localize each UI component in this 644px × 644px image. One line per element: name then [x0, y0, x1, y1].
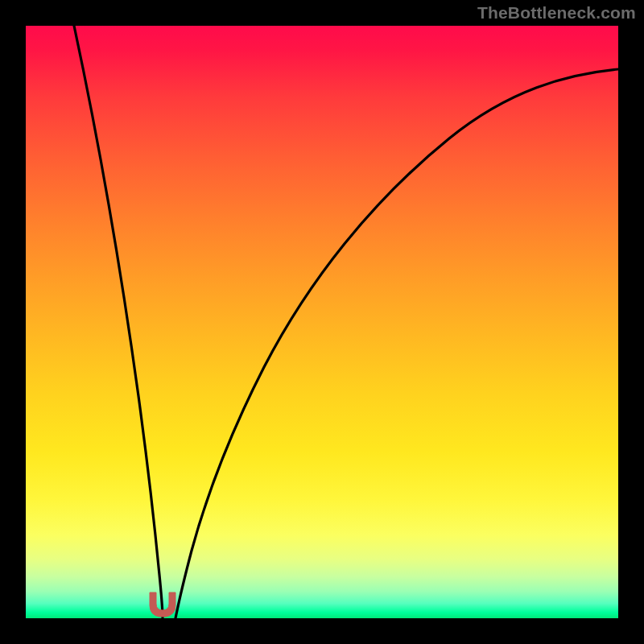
right-curve — [175, 69, 618, 618]
chart-frame: TheBottleneck.com — [0, 0, 644, 644]
left-curve — [74, 26, 163, 618]
plot-area — [26, 26, 618, 618]
curve-layer — [26, 26, 618, 618]
watermark-text: TheBottleneck.com — [477, 3, 636, 23]
